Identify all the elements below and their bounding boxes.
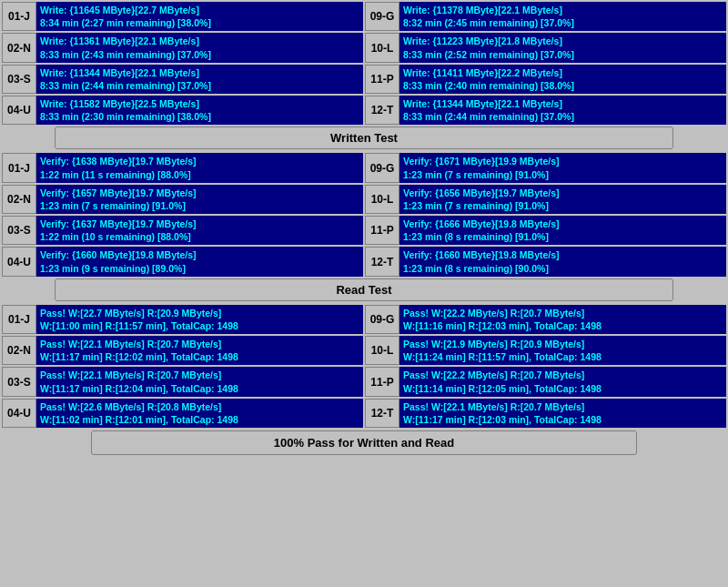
- verify-section-row-3-right-data: Verify: {1660 MByte}[19.8 MByte/s]1:23 m…: [399, 247, 726, 276]
- pass-section-row-2-right-data: Pass! W:[22.2 MByte/s] R:[20.7 MByte/s]W…: [399, 367, 726, 396]
- write-section-row-0-left-id: 01-J: [2, 2, 36, 31]
- verify-section-row-3-right-id: 12-T: [365, 247, 399, 276]
- write-section-row-2-right: 11-PWrite: {11411 MByte}[22.2 MByte/s]8:…: [365, 65, 726, 94]
- verify-section-row-1-right: 10-LVerify: {1656 MByte}[19.7 MByte/s]1:…: [365, 185, 726, 214]
- write-section-row-0-right-data: Write: {11378 MByte}[22.1 MByte/s]8:32 m…: [399, 2, 726, 31]
- written-test-header: Written Test: [55, 127, 673, 149]
- verify-section-row-0-right-data: Verify: {1671 MByte}[19.9 MByte/s]1:23 m…: [399, 153, 726, 182]
- verify-section-row-1-right-id: 10-L: [365, 185, 399, 214]
- write-section-row-2-left-data: Write: {11344 MByte}[22.1 MByte/s]8:33 m…: [36, 65, 363, 94]
- pass-section-row-1-right-data: Pass! W:[21.9 MByte/s] R:[20.9 MByte/s]W…: [399, 336, 726, 365]
- pass-section-row-3-left: 04-UPass! W:[22.6 MByte/s] R:[20.8 MByte…: [2, 399, 363, 428]
- write-section-row-1-right-data: Write: {11223 MByte}[21.8 MByte/s]8:33 m…: [399, 33, 726, 62]
- write-section-row-3-left-id: 04-U: [2, 96, 36, 125]
- write-section-row-1-left-id: 02-N: [2, 33, 36, 62]
- pass-section-row-3-right: 12-TPass! W:[22.1 MByte/s] R:[20.7 MByte…: [365, 399, 726, 428]
- pass-section-row-1-right: 10-LPass! W:[21.9 MByte/s] R:[20.9 MByte…: [365, 336, 726, 365]
- verify-section-row-2-right: 11-PVerify: {1666 MByte}[19.8 MByte/s]1:…: [365, 216, 726, 245]
- pass-section-row-3-right-id: 12-T: [365, 399, 399, 428]
- pass-section-row-2-right-id: 11-P: [365, 367, 399, 396]
- write-section-row-0-left-data: Write: {11645 MByte}[22.7 MByte/s]8:34 m…: [36, 2, 363, 31]
- verify-section-row-1-right-data: Verify: {1656 MByte}[19.7 MByte/s]1:23 m…: [399, 185, 726, 214]
- verify-section-row-3-left-data: Verify: {1660 MByte}[19.8 MByte/s]1:23 m…: [36, 247, 363, 276]
- main-container: 01-JWrite: {11645 MByte}[22.7 MByte/s]8:…: [0, 0, 728, 587]
- pass-section-row-2-left-data: Pass! W:[22.1 MByte/s] R:[20.7 MByte/s]W…: [36, 367, 363, 396]
- verify-section-row-3-left: 04-UVerify: {1660 MByte}[19.8 MByte/s]1:…: [2, 247, 363, 276]
- write-section-row-2-right-data: Write: {11411 MByte}[22.2 MByte/s]8:33 m…: [399, 65, 726, 94]
- verify-section-row-3-left-id: 04-U: [2, 247, 36, 276]
- pass-section-row-0-right: 09-GPass! W:[22.2 MByte/s] R:[20.7 MByte…: [365, 305, 726, 334]
- pass-section-row-1-right-id: 10-L: [365, 336, 399, 365]
- write-section-row-2-left: 03-SWrite: {11344 MByte}[22.1 MByte/s]8:…: [2, 65, 363, 94]
- pass-section: 01-JPass! W:[22.7 MByte/s] R:[20.9 MByte…: [0, 303, 728, 428]
- verify-section: 01-JVerify: {1638 MByte}[19.7 MByte/s]1:…: [0, 151, 728, 276]
- verify-section-row-2-left-id: 03-S: [2, 216, 36, 245]
- read-test-header: Read Test: [55, 278, 673, 301]
- verify-section-row-1-left: 02-NVerify: {1657 MByte}[19.7 MByte/s]1:…: [2, 185, 363, 214]
- pass-section-row-3-left-data: Pass! W:[22.6 MByte/s] R:[20.8 MByte/s]W…: [36, 399, 363, 428]
- pass-section-row-1-left-id: 02-N: [2, 336, 36, 365]
- pass-section-row-0-left-id: 01-J: [2, 305, 36, 334]
- pass-section-row-1-left-data: Pass! W:[22.1 MByte/s] R:[20.7 MByte/s]W…: [36, 336, 363, 365]
- verify-section-row-1-left-id: 02-N: [2, 185, 36, 214]
- write-section-row-3-left: 04-UWrite: {11582 MByte}[22.5 MByte/s]8:…: [2, 96, 363, 125]
- write-section-row-1-left-data: Write: {11361 MByte}[22.1 MByte/s]8:33 m…: [36, 33, 363, 62]
- write-section-row-0-left: 01-JWrite: {11645 MByte}[22.7 MByte/s]8:…: [2, 2, 363, 31]
- verify-section-row-2-left-data: Verify: {1637 MByte}[19.7 MByte/s]1:22 m…: [36, 216, 363, 245]
- pass-section-row-0-left: 01-JPass! W:[22.7 MByte/s] R:[20.9 MByte…: [2, 305, 363, 334]
- write-section-row-0-right: 09-GWrite: {11378 MByte}[22.1 MByte/s]8:…: [365, 2, 726, 31]
- pass-section-row-2-left-id: 03-S: [2, 367, 36, 396]
- pass-section-row-0-right-id: 09-G: [365, 305, 399, 334]
- pass-section-row-0-left-data: Pass! W:[22.7 MByte/s] R:[20.9 MByte/s]W…: [36, 305, 363, 334]
- pass-section-row-3-right-data: Pass! W:[22.1 MByte/s] R:[20.7 MByte/s]W…: [399, 399, 726, 428]
- write-section-row-3-right-id: 12-T: [365, 96, 399, 125]
- verify-section-row-1-left-data: Verify: {1657 MByte}[19.7 MByte/s]1:23 m…: [36, 185, 363, 214]
- bottom-bar: 100% Pass for Written and Read: [91, 430, 637, 455]
- pass-section-row-2-right: 11-PPass! W:[22.2 MByte/s] R:[20.7 MByte…: [365, 367, 726, 396]
- write-section-row-3-right-data: Write: {11344 MByte}[22.1 MByte/s]8:33 m…: [399, 96, 726, 125]
- pass-section-row-0-right-data: Pass! W:[22.2 MByte/s] R:[20.7 MByte/s]W…: [399, 305, 726, 334]
- verify-section-row-2-right-id: 11-P: [365, 216, 399, 245]
- pass-section-row-3-left-id: 04-U: [2, 399, 36, 428]
- write-section-row-3-left-data: Write: {11582 MByte}[22.5 MByte/s]8:33 m…: [36, 96, 363, 125]
- write-section-row-2-right-id: 11-P: [365, 65, 399, 94]
- write-section-row-1-right-id: 10-L: [365, 33, 399, 62]
- write-section-row-1-right: 10-LWrite: {11223 MByte}[21.8 MByte/s]8:…: [365, 33, 726, 62]
- verify-section-row-0-right-id: 09-G: [365, 153, 399, 182]
- verify-section-row-0-left-data: Verify: {1638 MByte}[19.7 MByte/s]1:22 m…: [36, 153, 363, 182]
- verify-section-row-2-right-data: Verify: {1666 MByte}[19.8 MByte/s]1:23 m…: [399, 216, 726, 245]
- write-section: 01-JWrite: {11645 MByte}[22.7 MByte/s]8:…: [0, 0, 728, 125]
- write-section-row-3-right: 12-TWrite: {11344 MByte}[22.1 MByte/s]8:…: [365, 96, 726, 125]
- verify-section-row-0-right: 09-GVerify: {1671 MByte}[19.9 MByte/s]1:…: [365, 153, 726, 182]
- pass-section-row-1-left: 02-NPass! W:[22.1 MByte/s] R:[20.7 MByte…: [2, 336, 363, 365]
- write-section-row-1-left: 02-NWrite: {11361 MByte}[22.1 MByte/s]8:…: [2, 33, 363, 62]
- write-section-row-0-right-id: 09-G: [365, 2, 399, 31]
- verify-section-row-0-left: 01-JVerify: {1638 MByte}[19.7 MByte/s]1:…: [2, 153, 363, 182]
- verify-section-row-0-left-id: 01-J: [2, 153, 36, 182]
- verify-section-row-2-left: 03-SVerify: {1637 MByte}[19.7 MByte/s]1:…: [2, 216, 363, 245]
- verify-section-row-3-right: 12-TVerify: {1660 MByte}[19.8 MByte/s]1:…: [365, 247, 726, 276]
- write-section-row-2-left-id: 03-S: [2, 65, 36, 94]
- pass-section-row-2-left: 03-SPass! W:[22.1 MByte/s] R:[20.7 MByte…: [2, 367, 363, 396]
